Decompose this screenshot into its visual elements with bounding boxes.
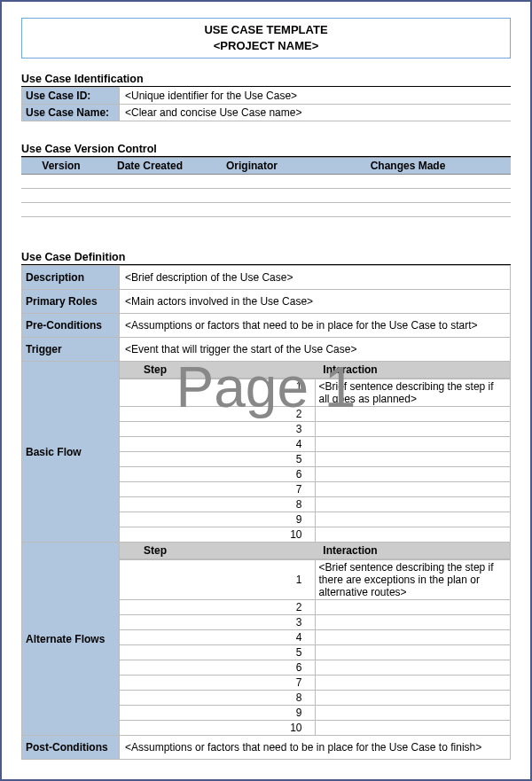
primary-roles-label: Primary Roles [22,290,120,314]
af-step-text [315,630,511,645]
bf-step-text [315,512,511,527]
bf-step-n: 5 [120,452,316,467]
identification-table: Use Case ID: <Unique identifier for the … [21,87,511,121]
bf-step-text [315,467,511,482]
alt-flow-col-step: Step [120,543,191,559]
af-step-n: 6 [120,660,316,676]
vc-col-changes: Changes Made [305,158,511,175]
identification-heading: Use Case Identification [21,73,511,87]
bf-step-text [315,452,511,467]
description-value: <Brief description of the Use Case> [120,266,511,290]
vc-col-originator: Originator [199,158,305,175]
bf-step-n: 6 [120,467,316,482]
basic-flow-label: Basic Flow [22,362,120,543]
af-step-text [315,676,511,691]
preconditions-label: Pre-Conditions [22,314,120,338]
bf-step-n: 8 [120,497,316,512]
af-step-text [315,691,511,706]
usecase-id-value: <Unique identifier for the Use Case> [120,88,512,105]
bf-step-n: 10 [120,527,316,543]
vc-row [21,189,511,203]
version-control-heading: Use Case Version Control [21,143,511,157]
af-step-n: 5 [120,645,316,660]
af-step-n: 10 [120,721,316,736]
bf-step-n: 7 [120,482,316,497]
title-line1: USE CASE TEMPLATE [22,22,510,38]
basic-flow-col-interaction: Interaction [191,362,510,379]
bf-step-text [315,497,511,512]
bf-step-n: 4 [120,437,316,452]
bf-step-n: 2 [120,407,316,422]
bf-step-text [315,482,511,497]
page: USE CASE TEMPLATE <PROJECT NAME> Use Cas… [2,2,530,769]
postconditions-label: Post-Conditions [22,736,120,760]
trigger-label: Trigger [22,338,120,362]
bf-step-text [315,407,511,422]
usecase-name-value: <Clear and concise Use Case name> [120,105,512,121]
usecase-name-label: Use Case Name: [22,105,120,121]
bf-step-text [315,422,511,437]
af-step-n: 7 [120,676,316,691]
vc-row [21,203,511,217]
usecase-id-label: Use Case ID: [22,88,120,105]
primary-roles-value: <Main actors involved in the Use Case> [120,290,511,314]
description-label: Description [22,266,120,290]
af-step-n: 4 [120,630,316,645]
version-control-table: Version Date Created Originator Changes … [21,157,511,217]
bf-step-text: <Brief sentence describing the step if a… [315,379,511,407]
postconditions-value: <Assumptions or factors that need to be … [120,736,511,760]
definition-heading: Use Case Definition [21,251,511,265]
af-step-text [315,660,511,676]
af-step-text [315,706,511,721]
af-step-text: <Brief sentence describing the step if t… [315,560,511,600]
af-step-n: 1 [120,560,316,600]
af-step-text [315,615,511,630]
bf-step-text [315,527,511,543]
preconditions-value: <Assumptions or factors that need to be … [120,314,511,338]
af-step-n: 8 [120,691,316,706]
af-step-text [315,645,511,660]
basic-flow-col-step: Step [120,362,191,379]
af-step-text [315,721,511,736]
alternate-flows-label: Alternate Flows [22,543,120,736]
bf-step-n: 3 [120,422,316,437]
af-step-n: 9 [120,706,316,721]
af-step-text [315,600,511,615]
bf-step-text [315,437,511,452]
bf-step-n: 1 [120,379,316,407]
alt-flow-col-interaction: Interaction [191,543,510,559]
bf-step-n: 9 [120,512,316,527]
definition-table: Description <Brief description of the Us… [21,265,511,760]
title-box: USE CASE TEMPLATE <PROJECT NAME> [21,18,511,59]
af-step-n: 2 [120,600,316,615]
vc-col-date: Date Created [101,158,199,175]
title-line2: <PROJECT NAME> [22,38,510,54]
vc-col-version: Version [21,158,101,175]
af-step-n: 3 [120,615,316,630]
vc-row [21,175,511,189]
trigger-value: <Event that will trigger the start of th… [120,338,511,362]
